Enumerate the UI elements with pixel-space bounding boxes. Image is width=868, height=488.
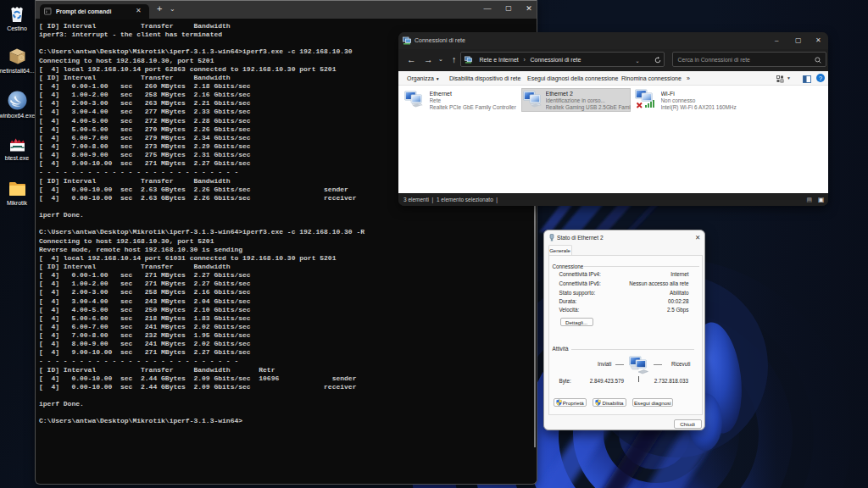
svg-text:?: ? — [819, 75, 822, 81]
